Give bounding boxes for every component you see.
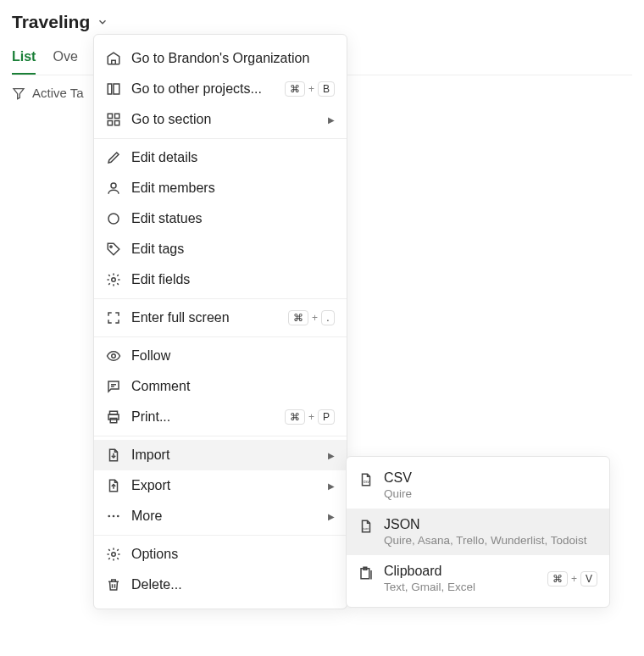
filter-icon xyxy=(12,86,25,100)
section-icon xyxy=(106,112,121,127)
shortcut: ⌘+P xyxy=(285,409,335,425)
eye-icon xyxy=(106,348,121,364)
submenu-json-sub: Quire, Asana, Trello, Wunderlist, Todois… xyxy=(384,534,597,547)
csv-file-icon: csv xyxy=(358,472,374,487)
json-file-icon: json xyxy=(358,519,374,534)
svg-point-8 xyxy=(111,183,116,188)
svg-text:csv: csv xyxy=(364,480,370,484)
tab-overview[interactable]: Ove xyxy=(53,44,77,75)
submenu-clipboard-sub: Text, Gmail, Excel xyxy=(384,581,537,593)
menu-edit-statues[interactable]: Edit statues xyxy=(94,203,347,234)
menu-follow[interactable]: Follow xyxy=(94,341,347,371)
circle-icon xyxy=(106,211,121,226)
submenu-json[interactable]: json JSON Quire, Asana, Trello, Wunderli… xyxy=(347,509,609,555)
comment-icon xyxy=(106,379,121,394)
svg-rect-6 xyxy=(108,121,112,125)
svg-rect-4 xyxy=(108,114,112,118)
svg-rect-2 xyxy=(108,84,112,94)
svg-point-23 xyxy=(112,553,116,557)
filter-label: Active Ta xyxy=(32,86,84,100)
svg-point-9 xyxy=(108,214,119,224)
menu-fullscreen[interactable]: Enter full screen ⌘+. xyxy=(94,303,347,333)
more-icon xyxy=(106,509,121,524)
tag-icon xyxy=(106,242,121,257)
menu-edit-members[interactable]: Edit members xyxy=(94,173,347,203)
project-title[interactable]: Traveling xyxy=(12,12,632,32)
svg-marker-0 xyxy=(14,88,24,98)
svg-point-21 xyxy=(113,515,115,518)
chevron-right-icon: ▶ xyxy=(328,451,335,460)
menu-go-org-label: Go to Brandon's Organization xyxy=(131,51,335,66)
menu-edit-tags[interactable]: Edit tags xyxy=(94,234,347,264)
chevron-right-icon: ▶ xyxy=(328,481,335,491)
menu-print[interactable]: Print... ⌘+P xyxy=(94,402,347,432)
svg-rect-3 xyxy=(114,84,119,94)
menu-import[interactable]: Import ▶ xyxy=(94,440,347,470)
svg-point-12 xyxy=(112,354,116,359)
import-icon xyxy=(106,448,121,463)
print-icon xyxy=(106,409,121,425)
submenu-csv-sub: Quire xyxy=(384,487,597,500)
svg-point-10 xyxy=(110,246,112,247)
shortcut: ⌘+B xyxy=(285,81,335,97)
svg-rect-5 xyxy=(115,114,119,118)
menu-go-section[interactable]: Go to section ▶ xyxy=(94,104,347,135)
tab-list[interactable]: List xyxy=(12,44,36,75)
submenu-clipboard[interactable]: Clipboard Text, Gmail, Excel ⌘+V xyxy=(347,555,609,602)
project-title-text: Traveling xyxy=(12,12,90,32)
fullscreen-icon xyxy=(106,310,121,325)
submenu-clipboard-title: Clipboard xyxy=(384,564,537,579)
shortcut: ⌘+V xyxy=(547,571,597,587)
context-menu: Go to Brandon's Organization Go to other… xyxy=(93,34,347,609)
menu-edit-details[interactable]: Edit details xyxy=(94,142,347,173)
menu-more[interactable]: More ▶ xyxy=(94,501,347,531)
organization-icon xyxy=(106,51,121,66)
chevron-right-icon: ▶ xyxy=(328,115,335,125)
menu-comment[interactable]: Comment xyxy=(94,371,347,402)
submenu-json-title: JSON xyxy=(384,517,597,532)
submenu-csv-title: CSV xyxy=(384,470,597,486)
trash-icon xyxy=(106,577,121,592)
projects-icon xyxy=(106,81,121,97)
chevron-down-icon xyxy=(97,16,108,28)
menu-options[interactable]: Options xyxy=(94,539,347,570)
svg-rect-7 xyxy=(115,121,119,125)
menu-go-org[interactable]: Go to Brandon's Organization xyxy=(94,43,347,74)
svg-text:json: json xyxy=(362,526,369,531)
svg-point-11 xyxy=(112,278,116,282)
import-submenu: csv CSV Quire json JSON Quire, Asana, Tr… xyxy=(346,456,610,608)
menu-delete[interactable]: Delete... xyxy=(94,570,347,600)
svg-point-20 xyxy=(108,515,110,518)
menu-go-other-label: Go to other projects... xyxy=(131,81,275,97)
menu-go-other[interactable]: Go to other projects... ⌘+B xyxy=(94,74,347,104)
chevron-right-icon: ▶ xyxy=(328,512,335,521)
gear-icon xyxy=(106,547,121,562)
clipboard-icon xyxy=(358,565,374,581)
shortcut: ⌘+. xyxy=(288,310,335,325)
pencil-icon xyxy=(106,150,121,165)
menu-go-section-label: Go to section xyxy=(131,112,318,127)
person-icon xyxy=(106,181,121,196)
gear-icon xyxy=(106,272,121,287)
menu-edit-fields[interactable]: Edit fields xyxy=(94,264,347,295)
export-icon xyxy=(106,478,121,493)
menu-export[interactable]: Export ▶ xyxy=(94,470,347,501)
svg-point-22 xyxy=(117,515,119,518)
submenu-csv[interactable]: csv CSV Quire xyxy=(347,462,609,509)
